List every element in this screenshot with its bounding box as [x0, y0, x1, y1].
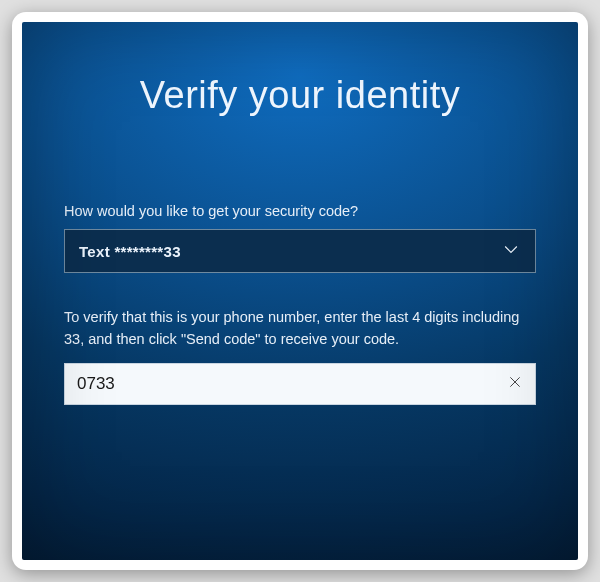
- security-code-method-select[interactable]: Text ********33: [64, 229, 536, 273]
- verify-instruction-text: To verify that this is your phone number…: [64, 307, 536, 351]
- chevron-down-icon: [501, 239, 521, 263]
- close-icon: [507, 374, 523, 393]
- last-4-digits-input-wrap: [64, 363, 536, 405]
- method-prompt-label: How would you like to get your security …: [64, 203, 536, 219]
- selected-method-label: Text ********33: [79, 243, 181, 260]
- photo-frame: Verify your identity How would you like …: [12, 12, 588, 570]
- page-title: Verify your identity: [64, 74, 536, 117]
- verify-identity-screen: Verify your identity How would you like …: [22, 22, 578, 560]
- clear-input-button[interactable]: [495, 364, 535, 404]
- last-4-digits-input[interactable]: [65, 364, 495, 404]
